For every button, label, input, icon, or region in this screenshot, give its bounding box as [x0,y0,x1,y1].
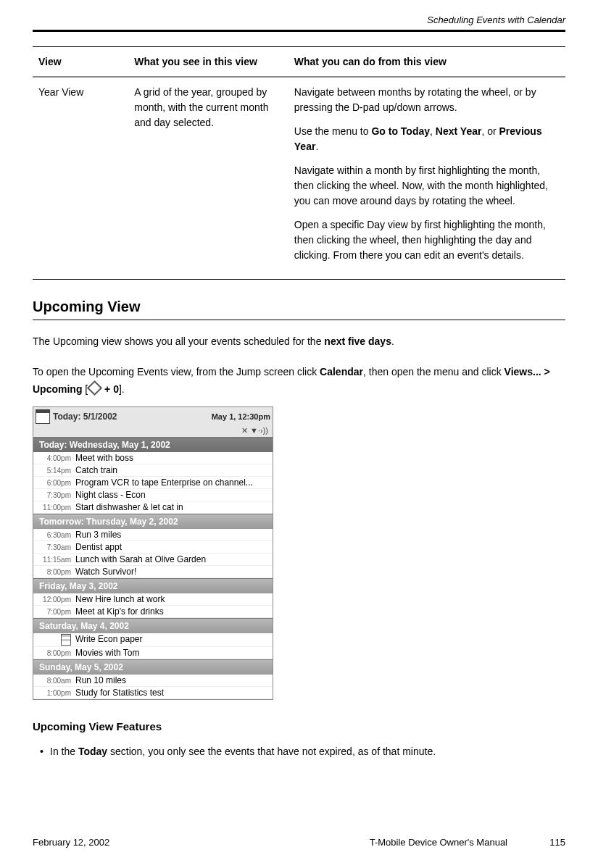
txt: . [391,335,394,347]
feature-item: In the Today section, you only see the e… [36,743,565,759]
event-title: New Hire lunch at work [75,594,270,604]
txt: section, you only see the events that ha… [107,746,436,757]
features-list: In the Today section, you only see the e… [36,743,565,759]
txt: Use the menu to [294,125,372,137]
note-icon [33,634,75,646]
para-2: To open the Upcoming Events view, from t… [33,364,565,398]
event-row: 8:00pmWatch Survivor! [33,566,273,578]
event-time: 8:00pm [33,567,75,577]
bold: Today [78,746,107,757]
event-row: 11:15amLunch with Sarah at Olive Garden [33,554,273,566]
event-row: 12:00pmNew Hire lunch at work [33,593,273,606]
section-upcoming-view: Upcoming View [33,299,565,320]
status-time: May 1, 12:30pm [212,412,270,421]
event-row: 7:00pmMeet at Kip's for drinks [33,606,273,618]
event-title: Meet at Kip's for drinks [75,606,270,617]
day-header: Today: Wednesday, May 1, 2002 [33,437,273,452]
th-do: What you can do from this view [288,47,565,78]
event-row: Write Econ paper [33,633,273,647]
th-view: View [33,47,128,78]
footer-date: February 12, 2002 [33,837,270,848]
event-row: 6:30amRun 3 miles [33,529,273,541]
txt: , then open the menu and click [363,366,504,377]
event-title: Run 3 miles [75,530,270,540]
event-row: 7:30amDentist appt [33,541,273,554]
bold: next five days [324,335,391,347]
event-time: 1:00pm [33,688,75,698]
txt: In the [50,746,78,757]
today-label: Today: 5/1/2002 [53,412,117,422]
status-icons: ✕ ▼·›)) [33,426,273,437]
do-p4: Open a specific Day view by first highli… [294,217,558,263]
calendar-icon [36,409,50,424]
event-title: Dentist appt [75,542,270,552]
event-time: 12:00pm [33,594,75,604]
cell-see: A grid of the year, grouped by month, wi… [128,77,288,280]
views-table: View What you see in this view What you … [33,46,565,280]
event-row: 6:00pmProgram VCR to tape Enterprise on … [33,477,273,489]
event-row: 4:00pmMeet with boss [33,452,273,464]
event-row: 8:00amRun 10 miles [33,675,273,687]
day-header: Tomorrow: Thursday, May 2, 2002 [33,514,273,529]
txt: To open the Upcoming Events view, from t… [33,366,320,377]
txt: , [430,125,436,137]
device-screenshot: Today: 5/1/2002 May 1, 12:30pm ✕ ▼·›)) T… [33,406,273,700]
bold: Calendar [320,366,363,377]
event-title: Watch Survivor! [75,567,270,577]
page-footer: February 12, 2002 T-Mobile Device Owner'… [33,837,565,848]
day-header: Saturday, May 4, 2002 [33,618,273,633]
event-title: Catch train [75,465,270,475]
do-p3: Navigate within a month by first highlig… [294,163,558,209]
event-row: 5:14pmCatch train [33,464,273,477]
event-time: 7:30pm [33,490,75,500]
event-row: 1:00pmStudy for Statistics test [33,687,273,699]
txt: , or [481,125,499,137]
event-time: 7:00pm [33,606,75,617]
para-1: The Upcoming view shows you all your eve… [33,333,565,351]
section-upcoming-features: Upcoming View Features [33,720,565,733]
running-header: Scheduling Events with Calendar [33,14,565,32]
event-title: Study for Statistics test [75,688,270,698]
footer-book: T-Mobile Device Owner's Manual [270,837,530,848]
bold: Next Year [436,125,482,137]
event-time: 6:30am [33,530,75,540]
event-time: 4:00pm [33,453,75,463]
menu-diamond-icon [87,380,102,395]
do-p1: Navigate between months by rotating the … [294,85,558,115]
event-title: Start dishwasher & let cat in [75,502,270,512]
note-paper-icon [61,634,71,646]
screenshot-titlebar: Today: 5/1/2002 May 1, 12:30pm [33,407,273,426]
footer-page: 115 [529,837,565,848]
event-title: Movies with Tom [75,648,270,658]
event-time: 5:14pm [33,465,75,475]
bold: Go to Today [371,125,430,137]
event-time: 11:00pm [33,502,75,512]
th-see: What you see in this view [128,47,288,78]
day-header: Sunday, May 5, 2002 [33,659,273,675]
event-row: 7:30pmNight class - Econ [33,489,273,501]
txt: The Upcoming view shows you all your eve… [33,335,324,347]
txt: ]. [119,383,125,395]
cell-view: Year View [33,77,128,280]
event-row: 11:00pmStart dishwasher & let cat in [33,501,273,514]
txt: . [315,141,318,152]
event-time: 7:30am [33,542,75,552]
event-time: 11:15am [33,554,75,564]
event-time: 6:00pm [33,477,75,488]
cell-do: Navigate between months by rotating the … [288,77,565,280]
event-title: Program VCR to tape Enterprise on channe… [75,477,270,488]
event-title: Write Econ paper [75,634,270,646]
event-title: Lunch with Sarah at Olive Garden [75,554,270,564]
bold: + 0 [101,383,119,395]
event-time: 8:00am [33,675,75,685]
event-title: Night class - Econ [75,490,270,500]
event-row: 8:00pmMovies with Tom [33,647,273,659]
event-title: Meet with boss [75,453,270,463]
event-title: Run 10 miles [75,675,270,685]
do-p2: Use the menu to Go to Today, Next Year, … [294,124,558,154]
day-header: Friday, May 3, 2002 [33,578,273,593]
event-time: 8:00pm [33,648,75,658]
table-row: Year View A grid of the year, grouped by… [33,77,565,280]
